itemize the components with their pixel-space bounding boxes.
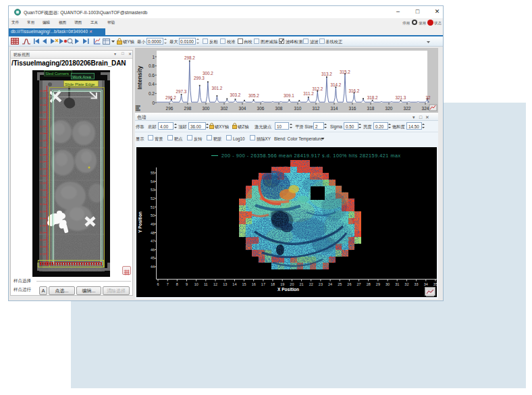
svg-text:锁Y轴: 锁Y轴	[122, 39, 134, 45]
svg-text:0.8: 0.8	[149, 63, 155, 68]
svg-text:299.3: 299.3	[194, 76, 205, 80]
svg-text:19: 19	[280, 282, 284, 286]
svg-text:49: 49	[151, 222, 155, 226]
svg-text:X Position: X Position	[277, 287, 299, 292]
svg-text:显示: 显示	[136, 136, 144, 142]
svg-text:33: 33	[415, 282, 419, 286]
svg-text:14.50: 14.50	[408, 124, 419, 129]
svg-text:298: 298	[184, 106, 192, 111]
svg-text:11: 11	[204, 282, 208, 286]
svg-text:描除XY: 描除XY	[257, 136, 271, 142]
svg-text:激光烧点: 激光烧点	[255, 124, 271, 130]
svg-text:13: 13	[223, 282, 227, 286]
svg-text:304: 304	[239, 106, 246, 111]
svg-text:24: 24	[328, 282, 332, 286]
svg-text:55: 55	[151, 171, 155, 175]
svg-text:0.50: 0.50	[346, 124, 354, 129]
svg-text:20: 20	[290, 282, 294, 286]
svg-text:最小: 最小	[137, 39, 146, 44]
svg-text:滤波: 滤波	[310, 39, 319, 45]
svg-text:28: 28	[367, 282, 371, 286]
svg-text:32: 32	[404, 282, 408, 286]
svg-text:200 - 900 - 26358.566 mean 284: 200 - 900 - 26358.566 mean 28419.917 s.d…	[221, 153, 401, 159]
svg-text:14: 14	[232, 282, 236, 286]
svg-text:Log10: Log10	[233, 136, 245, 142]
svg-text:Work Area: Work Area	[72, 75, 92, 79]
svg-text:303.2: 303.2	[230, 93, 241, 97]
svg-text:46: 46	[151, 248, 155, 252]
svg-text:基线校正: 基线校正	[325, 39, 343, 44]
svg-text:0.2: 0.2	[149, 91, 155, 96]
svg-text:22: 22	[309, 282, 313, 286]
svg-text:316: 316	[349, 106, 356, 111]
svg-text:296: 296	[166, 106, 174, 111]
svg-text:17: 17	[261, 282, 265, 286]
svg-text:34: 34	[424, 282, 428, 286]
svg-text:32: 32	[425, 95, 431, 100]
svg-text:300.2: 300.2	[203, 71, 213, 76]
svg-text:302: 302	[221, 106, 228, 111]
svg-text:30: 30	[385, 282, 390, 286]
svg-text:309.1: 309.1	[284, 93, 294, 98]
svg-text:318.2: 318.2	[367, 95, 378, 100]
svg-text:反相: 反相	[209, 39, 218, 44]
svg-text:308: 308	[275, 106, 283, 111]
svg-text:306: 306	[257, 106, 265, 111]
svg-text:316.2: 316.2	[349, 88, 360, 93]
svg-text:0.20: 0.20	[375, 124, 384, 129]
svg-text:最大: 最大	[169, 39, 178, 44]
svg-text:29: 29	[376, 282, 380, 286]
svg-text:反转: 反转	[194, 136, 203, 141]
svg-text:15: 15	[242, 282, 246, 286]
svg-text:25: 25	[338, 282, 342, 286]
svg-text:9: 9	[186, 282, 188, 286]
svg-text:12: 12	[213, 282, 217, 286]
svg-text:背景: 背景	[155, 136, 163, 141]
svg-text:314.2: 314.2	[331, 82, 342, 87]
svg-text:50: 50	[151, 213, 155, 217]
svg-text:310: 310	[294, 106, 302, 111]
svg-text:318: 318	[367, 106, 375, 111]
svg-text:35: 35	[433, 282, 437, 286]
svg-text:8: 8	[176, 282, 178, 286]
svg-text:300: 300	[203, 106, 210, 111]
svg-text:312: 312	[313, 106, 320, 111]
svg-text:1: 1	[152, 55, 155, 59]
svg-text:322: 322	[404, 106, 411, 111]
svg-text:54: 54	[151, 180, 155, 184]
svg-text:31: 31	[395, 282, 399, 286]
svg-text:靶脏: 靶脏	[213, 136, 222, 142]
svg-text:52: 52	[151, 196, 155, 201]
svg-text:6: 6	[157, 282, 159, 286]
svg-text:锁XY轴: 锁XY轴	[214, 124, 229, 130]
svg-text:48: 48	[151, 231, 155, 235]
svg-text:4.00: 4.00	[160, 124, 169, 129]
svg-text:校准: 校准	[226, 39, 236, 44]
svg-text:底部: 底部	[148, 124, 157, 130]
svg-text:10: 10	[277, 124, 282, 129]
svg-text:0.0100: 0.0100	[180, 39, 194, 44]
svg-text:36.00: 36.00	[190, 124, 201, 129]
svg-text:图差减除: 图差减除	[261, 39, 278, 45]
svg-text:23: 23	[319, 282, 323, 286]
svg-text:297.3: 297.3	[176, 89, 187, 94]
svg-text:312.2: 312.2	[313, 86, 323, 91]
svg-text:53: 53	[151, 188, 155, 192]
svg-text:亮度: 亮度	[363, 124, 372, 130]
svg-text:313.2: 313.2	[321, 72, 332, 76]
svg-text:0: 0	[152, 101, 155, 105]
svg-text:平滑 Size: 平滑 Size	[295, 124, 313, 130]
svg-text:顶部: 顶部	[178, 124, 187, 130]
svg-text:▮▮▮▮: ▮▮▮▮	[136, 109, 140, 111]
svg-text:51: 51	[151, 205, 155, 209]
svg-text:靶点: 靶点	[174, 136, 183, 142]
svg-text:Sigma: Sigma	[330, 124, 342, 130]
svg-text:305.2: 305.2	[248, 93, 259, 98]
svg-text:自校: 自校	[244, 39, 252, 44]
svg-text:21: 21	[300, 282, 304, 286]
svg-text:321.3: 321.3	[396, 95, 406, 100]
svg-text:停靠: 停靠	[136, 124, 144, 130]
svg-text:311.2: 311.2	[303, 91, 314, 96]
svg-text:27: 27	[357, 282, 361, 286]
svg-text:47: 47	[151, 239, 155, 243]
